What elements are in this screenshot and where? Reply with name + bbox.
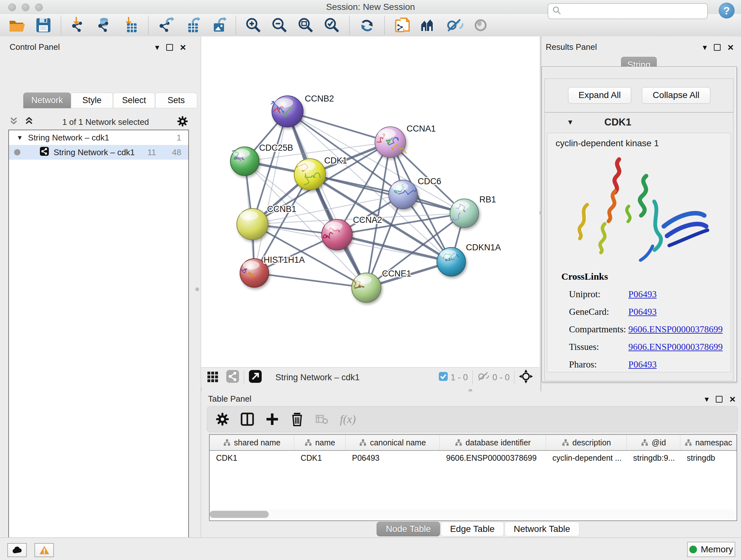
column-header-namespac[interactable]: namespac [680, 435, 737, 450]
export-image-icon[interactable] [209, 16, 227, 34]
control-panel-collapse-icon[interactable]: ▾ [155, 43, 159, 51]
window-minimize-icon[interactable] [22, 3, 29, 11]
memory-button[interactable]: Memory [687, 542, 735, 557]
grid-view-icon[interactable] [207, 370, 219, 385]
tab-edge-table[interactable]: Edge Table [441, 522, 504, 537]
table-cell[interactable]: 9606.ENSP00000378699 [440, 451, 546, 465]
crosslink-link[interactable]: 9606.ENSP00000378699 [628, 341, 723, 352]
import-table-file-icon[interactable] [122, 16, 140, 34]
table-options-gear-icon[interactable] [215, 412, 229, 426]
column-header-database-identifier[interactable]: database identifier [440, 435, 546, 450]
birds-eye-view-icon[interactable] [519, 369, 533, 386]
network-node-CCNA2[interactable] [322, 219, 352, 250]
control-panel-close-icon[interactable]: × [180, 42, 186, 52]
control-panel-float-icon[interactable] [166, 44, 173, 51]
column-header-shared-name[interactable]: shared name [210, 435, 294, 450]
expand-all-button[interactable]: Expand All [568, 87, 631, 104]
table-row[interactable]: CDK1CDK1P064939606.ENSP00000378699cyclin… [210, 451, 737, 465]
clear-table-icon[interactable] [315, 412, 329, 426]
network-node-CDC6[interactable] [389, 180, 417, 209]
table-horizontal-scrollbar[interactable] [210, 509, 736, 519]
network-edge-CCNB2-CCNA1[interactable] [287, 111, 390, 142]
crosslink-link[interactable]: P06493 [628, 289, 657, 300]
table-panel-close-icon[interactable]: × [730, 394, 736, 404]
table-panel-collapse-icon[interactable]: ▾ [704, 395, 709, 403]
window-zoom-icon[interactable] [35, 3, 43, 11]
tab-network[interactable]: Network [23, 92, 71, 108]
network-edge-HIST1H1A-CCNE1[interactable] [254, 273, 366, 288]
table-cell[interactable]: stringdb:9... [627, 451, 680, 465]
import-network-database-icon[interactable] [96, 16, 114, 34]
create-column-icon[interactable] [265, 412, 279, 426]
network-node-CCNE1[interactable] [352, 273, 381, 302]
crosslink-link[interactable]: 9606.ENSP00000378699 [628, 324, 723, 334]
help-button[interactable]: ? [719, 3, 735, 18]
column-header-name[interactable]: name [294, 435, 346, 450]
network-canvas[interactable]: CCNB2CCNA1CDC25BCDK1CDC6RB1CCNB1CCNA2CDK… [201, 37, 539, 367]
collapse-all-chevron-icon[interactable] [8, 116, 19, 128]
hidden-eye-icon[interactable] [477, 371, 490, 384]
zoom-fit-content-icon[interactable] [297, 16, 315, 34]
tab-network-table[interactable]: Network Table [504, 522, 580, 537]
results-panel-collapse-icon[interactable]: ▾ [703, 43, 707, 51]
expand-all-chevron-icon[interactable] [23, 116, 35, 128]
zoom-out-icon[interactable] [271, 16, 288, 34]
network-row[interactable]: String Network – cdk1 11 48 [9, 145, 188, 160]
warning-status-button[interactable] [35, 543, 54, 557]
save-session-icon[interactable] [35, 16, 52, 34]
search-input[interactable] [562, 6, 707, 16]
import-network-file-icon[interactable] [70, 16, 87, 34]
network-options-gear-icon[interactable] [177, 116, 188, 128]
function-builder-icon[interactable]: f(x) [340, 413, 356, 426]
table-cell[interactable]: CDK1 [210, 451, 294, 465]
collapse-all-button[interactable]: Collapse All [642, 87, 711, 104]
column-header--id[interactable]: @id [627, 435, 680, 450]
zoom-selected-icon[interactable] [323, 16, 341, 34]
zoom-in-icon[interactable] [245, 16, 262, 34]
table-cell[interactable]: stringdb [680, 451, 737, 465]
tab-select[interactable]: Select [113, 92, 155, 108]
results-panel-close-icon[interactable]: × [728, 42, 734, 52]
column-header-canonical-name[interactable]: canonical name [346, 435, 440, 450]
open-session-icon[interactable] [8, 16, 26, 34]
network-node-CDK1[interactable] [294, 159, 326, 190]
crosslink-link[interactable]: P06493 [628, 307, 657, 317]
export-network-icon[interactable] [157, 16, 175, 34]
tab-style[interactable]: Style [71, 92, 113, 108]
network-collection-row[interactable]: ▼ String Network – cdk1 1 [9, 130, 188, 145]
gene-card-header[interactable]: ▼ CDK1 [544, 112, 733, 132]
hide-panels-icon[interactable] [446, 16, 463, 34]
table-cell[interactable]: P06493 [346, 451, 440, 465]
crosslink-link[interactable]: P06493 [628, 359, 657, 370]
table-scrollbar-thumb[interactable] [210, 511, 269, 518]
network-node-CCNB2[interactable] [271, 96, 303, 127]
share-network-icon[interactable] [226, 370, 239, 385]
column-header-description[interactable]: description [546, 435, 627, 450]
network-node-CCNB1[interactable] [237, 208, 268, 240]
network-node-CCNA1[interactable] [375, 127, 406, 158]
show-panel-icon[interactable] [472, 16, 489, 34]
show-columns-icon[interactable] [240, 412, 254, 426]
network-node-RB1[interactable] [450, 199, 479, 228]
network-overview-icon[interactable] [419, 16, 437, 34]
cloud-status-button[interactable] [7, 543, 27, 557]
apply-layout-icon[interactable] [358, 16, 376, 34]
open-in-new-window-icon[interactable] [249, 370, 262, 385]
network-edge-CCNB2-HIST1H1A[interactable] [254, 111, 287, 273]
table-panel-float-icon[interactable] [716, 396, 723, 402]
export-table-icon[interactable] [183, 16, 201, 34]
tab-sets[interactable]: Sets [155, 92, 197, 108]
delete-column-icon[interactable] [290, 412, 304, 426]
table-cell[interactable]: cyclin-dependent ... [546, 451, 627, 465]
tab-node-table[interactable]: Node Table [377, 522, 440, 537]
left-splitter-handle[interactable] [195, 287, 199, 291]
window-close-icon[interactable] [8, 3, 16, 11]
table-cell[interactable]: CDK1 [294, 451, 346, 465]
gene-collapse-icon[interactable]: ▼ [567, 118, 574, 126]
results-panel-float-icon[interactable] [714, 44, 721, 51]
selected-checkbox-icon[interactable] [439, 372, 448, 383]
session-snapshot-icon[interactable] [393, 16, 411, 34]
network-node-CDKN1A[interactable] [437, 247, 466, 276]
tree-expand-icon[interactable]: ▼ [17, 134, 23, 141]
network-node-CDC25B[interactable] [230, 147, 259, 176]
